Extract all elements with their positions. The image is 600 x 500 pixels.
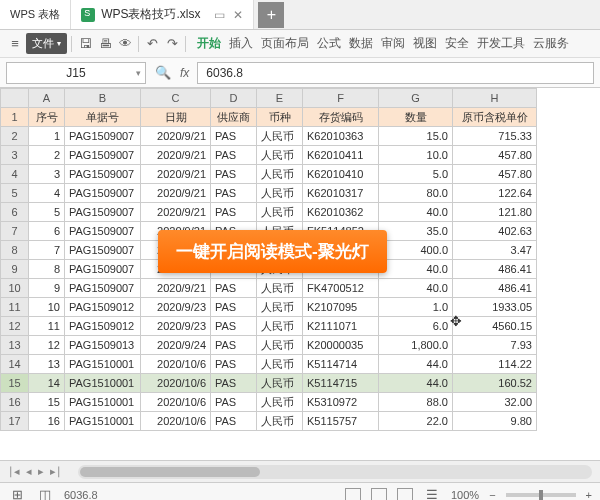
cell[interactable]: PAG1509007 [65, 260, 141, 279]
ribbon-tab-start[interactable]: 开始 [194, 33, 224, 54]
cell[interactable]: PAS [211, 298, 257, 317]
horizontal-scrollbar[interactable] [78, 465, 592, 479]
cell[interactable]: 2020/9/21 [141, 203, 211, 222]
fx-icon[interactable]: fx [180, 66, 189, 80]
cell[interactable]: K2111071 [303, 317, 379, 336]
header-cell[interactable]: 供应商 [211, 108, 257, 127]
cell[interactable]: 人民币 [257, 184, 303, 203]
status-icon[interactable]: ⊞ [8, 486, 26, 501]
cell[interactable]: 5 [29, 203, 65, 222]
row-header[interactable]: 12 [1, 317, 29, 336]
ribbon-tab-cloud[interactable]: 云服务 [530, 33, 572, 54]
header-cell[interactable]: 数量 [379, 108, 453, 127]
cell[interactable]: K5310972 [303, 393, 379, 412]
search-icon[interactable]: 🔍 [154, 64, 172, 82]
cell[interactable]: 人民币 [257, 203, 303, 222]
name-box[interactable]: J15 ▾ [6, 62, 146, 84]
cell[interactable]: 2020/9/24 [141, 336, 211, 355]
header-cell[interactable]: 存货编码 [303, 108, 379, 127]
view-split-icon[interactable] [397, 488, 413, 501]
save-icon[interactable]: 🖫 [76, 35, 94, 53]
cell[interactable]: PAG1509007 [65, 146, 141, 165]
cell[interactable]: 人民币 [257, 127, 303, 146]
sheet-last-icon[interactable]: ▸∣ [50, 465, 62, 478]
cell[interactable]: 80.0 [379, 184, 453, 203]
cell[interactable]: K20000035 [303, 336, 379, 355]
header-cell[interactable]: 单据号 [65, 108, 141, 127]
ribbon-tab-security[interactable]: 安全 [442, 33, 472, 54]
cell[interactable]: 13 [29, 355, 65, 374]
cell[interactable]: PAS [211, 203, 257, 222]
cell[interactable]: PAS [211, 336, 257, 355]
cell[interactable]: PAS [211, 165, 257, 184]
tab-close-icon[interactable]: ✕ [233, 8, 243, 22]
cell[interactable]: 2020/10/6 [141, 393, 211, 412]
cell[interactable]: 11 [29, 317, 65, 336]
cell[interactable]: 457.80 [453, 165, 537, 184]
print-icon[interactable]: 🖶 [96, 35, 114, 53]
cell[interactable]: PAG1510001 [65, 393, 141, 412]
cell[interactable]: K62010363 [303, 127, 379, 146]
cell[interactable]: 人民币 [257, 298, 303, 317]
redo-icon[interactable]: ↷ [163, 35, 181, 53]
sheet-prev-icon[interactable]: ◂ [26, 465, 32, 478]
row-header[interactable]: 13 [1, 336, 29, 355]
status-icon-2[interactable]: ◫ [36, 486, 54, 501]
cell[interactable]: 1,800.0 [379, 336, 453, 355]
document-tab[interactable]: WPS表格技巧.xlsx ▭ ✕ [71, 0, 254, 29]
cell[interactable]: 9 [29, 279, 65, 298]
cell[interactable]: K2107095 [303, 298, 379, 317]
header-cell[interactable]: 币种 [257, 108, 303, 127]
header-cell[interactable]: 日期 [141, 108, 211, 127]
row-header[interactable]: 3 [1, 146, 29, 165]
cell[interactable]: 2020/9/23 [141, 317, 211, 336]
cell[interactable]: PAG1509007 [65, 241, 141, 260]
preview-icon[interactable]: 👁 [116, 35, 134, 53]
zoom-out-icon[interactable]: − [489, 489, 495, 501]
cell[interactable]: K5114714 [303, 355, 379, 374]
select-all-corner[interactable] [1, 89, 29, 108]
cell[interactable]: 160.52 [453, 374, 537, 393]
cell[interactable]: 5.0 [379, 165, 453, 184]
cell[interactable]: 114.22 [453, 355, 537, 374]
cell[interactable]: PAS [211, 355, 257, 374]
view-page-icon[interactable] [371, 488, 387, 501]
cell[interactable]: 40.0 [379, 203, 453, 222]
cell[interactable]: PAS [211, 184, 257, 203]
cell[interactable]: 人民币 [257, 336, 303, 355]
cell[interactable]: 32.00 [453, 393, 537, 412]
menu-icon[interactable]: ≡ [6, 35, 24, 53]
cell[interactable]: K5114715 [303, 374, 379, 393]
sheet-first-icon[interactable]: ∣◂ [8, 465, 20, 478]
cell[interactable]: 88.0 [379, 393, 453, 412]
cell[interactable]: K62010362 [303, 203, 379, 222]
cell[interactable]: 15.0 [379, 127, 453, 146]
col-header-G[interactable]: G [379, 89, 453, 108]
row-header[interactable]: 14 [1, 355, 29, 374]
reading-mode-icon[interactable]: ☰ [423, 486, 441, 501]
ribbon-tab-view[interactable]: 视图 [410, 33, 440, 54]
cell[interactable]: PAG1510001 [65, 355, 141, 374]
row-header[interactable]: 8 [1, 241, 29, 260]
row-header[interactable]: 9 [1, 260, 29, 279]
col-header-H[interactable]: H [453, 89, 537, 108]
header-cell[interactable]: 原币含税单价 [453, 108, 537, 127]
cell[interactable]: 122.64 [453, 184, 537, 203]
file-menu[interactable]: 文件▾ [26, 33, 67, 54]
cell[interactable]: 40.0 [379, 260, 453, 279]
cell[interactable]: 35.0 [379, 222, 453, 241]
undo-icon[interactable]: ↶ [143, 35, 161, 53]
col-header-F[interactable]: F [303, 89, 379, 108]
cell[interactable]: 人民币 [257, 412, 303, 431]
sheet-next-icon[interactable]: ▸ [38, 465, 44, 478]
tab-menu-icon[interactable]: ▭ [214, 8, 225, 22]
row-header[interactable]: 17 [1, 412, 29, 431]
cell[interactable]: 人民币 [257, 279, 303, 298]
cell[interactable]: 2020/9/21 [141, 279, 211, 298]
header-cell[interactable]: 序号 [29, 108, 65, 127]
cell[interactable]: PAS [211, 146, 257, 165]
row-header[interactable]: 6 [1, 203, 29, 222]
cell[interactable]: 2020/10/6 [141, 412, 211, 431]
cell[interactable]: PAG1509007 [65, 222, 141, 241]
cell[interactable]: 22.0 [379, 412, 453, 431]
